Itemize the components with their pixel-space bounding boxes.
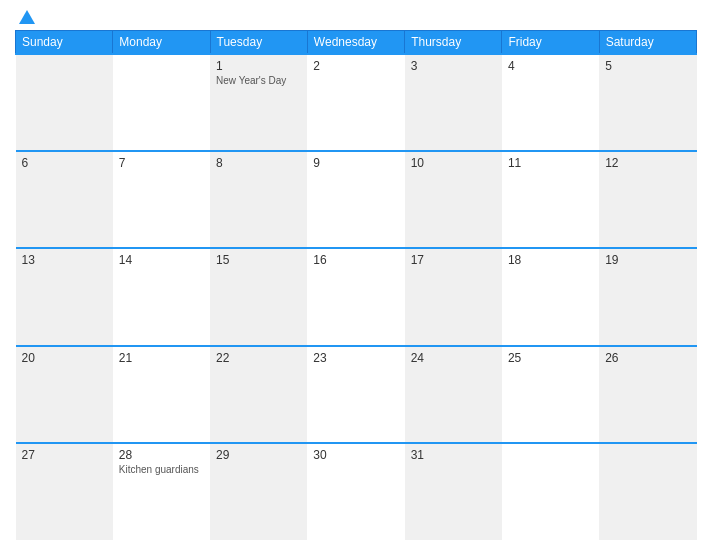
calendar-week-3: 13141516171819 [16,248,697,345]
day-number: 3 [411,59,496,73]
day-number: 16 [313,253,398,267]
weekday-header-tuesday: Tuesday [210,31,307,55]
calendar-cell: 23 [307,346,404,443]
calendar-week-4: 20212223242526 [16,346,697,443]
day-number: 18 [508,253,593,267]
day-number: 1 [216,59,301,73]
calendar-cell: 28Kitchen guardians [113,443,210,540]
day-number: 27 [22,448,107,462]
day-number: 28 [119,448,204,462]
day-number: 6 [22,156,107,170]
calendar-cell: 24 [405,346,502,443]
logo [15,10,37,24]
calendar-cell: 9 [307,151,404,248]
calendar-cell: 10 [405,151,502,248]
calendar-cell: 29 [210,443,307,540]
day-number: 4 [508,59,593,73]
calendar-cell: 7 [113,151,210,248]
day-number: 29 [216,448,301,462]
weekday-row: SundayMondayTuesdayWednesdayThursdayFrid… [16,31,697,55]
calendar-page: SundayMondayTuesdayWednesdayThursdayFrid… [0,0,712,550]
day-number: 19 [605,253,690,267]
day-number: 24 [411,351,496,365]
day-number: 8 [216,156,301,170]
calendar-cell: 1New Year's Day [210,54,307,151]
calendar-cell: 17 [405,248,502,345]
day-number: 23 [313,351,398,365]
calendar-header [15,10,697,24]
calendar-cell [16,54,113,151]
weekday-header-monday: Monday [113,31,210,55]
logo-triangle-icon [19,10,35,24]
day-number: 5 [605,59,690,73]
calendar-cell: 2 [307,54,404,151]
calendar-table: SundayMondayTuesdayWednesdayThursdayFrid… [15,30,697,540]
calendar-cell [599,443,696,540]
calendar-cell: 15 [210,248,307,345]
calendar-week-1: 1New Year's Day2345 [16,54,697,151]
calendar-cell [502,443,599,540]
calendar-cell: 20 [16,346,113,443]
calendar-cell: 6 [16,151,113,248]
day-number: 31 [411,448,496,462]
calendar-cell: 8 [210,151,307,248]
day-number: 15 [216,253,301,267]
day-number: 20 [22,351,107,365]
calendar-cell: 16 [307,248,404,345]
weekday-header-sunday: Sunday [16,31,113,55]
calendar-cell: 19 [599,248,696,345]
day-number: 30 [313,448,398,462]
calendar-cell: 13 [16,248,113,345]
calendar-cell: 14 [113,248,210,345]
calendar-cell: 12 [599,151,696,248]
day-number: 26 [605,351,690,365]
day-number: 21 [119,351,204,365]
weekday-header-wednesday: Wednesday [307,31,404,55]
calendar-cell: 11 [502,151,599,248]
calendar-cell: 25 [502,346,599,443]
calendar-body: 1New Year's Day2345678910111213141516171… [16,54,697,540]
calendar-header-row: SundayMondayTuesdayWednesdayThursdayFrid… [16,31,697,55]
day-number: 7 [119,156,204,170]
calendar-cell: 27 [16,443,113,540]
calendar-cell: 5 [599,54,696,151]
day-number: 13 [22,253,107,267]
day-number: 11 [508,156,593,170]
day-number: 17 [411,253,496,267]
calendar-cell: 26 [599,346,696,443]
calendar-cell: 3 [405,54,502,151]
day-number: 25 [508,351,593,365]
day-number: 14 [119,253,204,267]
day-number: 10 [411,156,496,170]
calendar-cell: 30 [307,443,404,540]
calendar-cell: 18 [502,248,599,345]
calendar-cell: 31 [405,443,502,540]
day-number: 12 [605,156,690,170]
calendar-cell: 22 [210,346,307,443]
weekday-header-friday: Friday [502,31,599,55]
weekday-header-saturday: Saturday [599,31,696,55]
calendar-cell: 21 [113,346,210,443]
calendar-week-2: 6789101112 [16,151,697,248]
calendar-week-5: 2728Kitchen guardians293031 [16,443,697,540]
day-number: 9 [313,156,398,170]
calendar-cell: 4 [502,54,599,151]
day-number: 2 [313,59,398,73]
event-label: New Year's Day [216,75,301,86]
event-label: Kitchen guardians [119,464,204,475]
day-number: 22 [216,351,301,365]
calendar-cell [113,54,210,151]
weekday-header-thursday: Thursday [405,31,502,55]
